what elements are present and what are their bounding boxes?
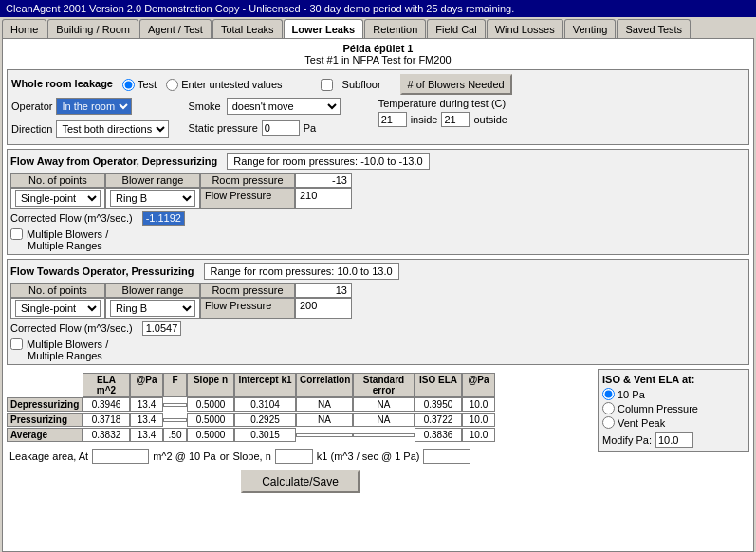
- no-points-select-away[interactable]: Single-point: [15, 190, 101, 207]
- flow-away-grid: No. of points Blower range Room pressure…: [10, 173, 746, 251]
- modify-pa-input[interactable]: [655, 432, 693, 448]
- static-pressure-label: Static pressure: [188, 122, 257, 134]
- header-line1: Példa épület 1: [7, 43, 749, 54]
- bt-col-isoela: ISO ELA: [415, 373, 462, 397]
- col-no-points: No. of points: [10, 173, 105, 188]
- leakage-row: Leakage area, At m^2 @ 10 Pa or Slope, n…: [7, 446, 594, 467]
- outside-temp-input[interactable]: [441, 112, 470, 127]
- tab-lower-leaks[interactable]: Lower Leaks: [284, 19, 364, 38]
- tab-building-room[interactable]: Building / Room: [47, 19, 138, 38]
- bottom-area: ELA m^2 @Pa F Slope n Intercept k1 Corre…: [7, 369, 749, 497]
- bt-depress-stderr: NA: [353, 397, 415, 412]
- calculate-save-button[interactable]: Calculate/Save: [241, 470, 360, 493]
- slope-n-input[interactable]: [275, 449, 313, 464]
- flow-away-header: Flow Away from Operator, Depressurizing …: [10, 153, 746, 170]
- direction-select[interactable]: Test both directions: [56, 120, 169, 138]
- bt-avg-f: .50: [163, 428, 187, 442]
- subfloor-checkbox[interactable]: [321, 79, 333, 91]
- corrected-flow-label-towards: Corrected Flow (m^3/sec.): [10, 322, 133, 334]
- bt-avg-intercept: 0.3015: [234, 428, 296, 442]
- bt-avg-slope: 0.5000: [187, 428, 234, 442]
- bt-depress-isoela: 0.3950: [415, 397, 462, 412]
- tab-wind-losses[interactable]: Wind Losses: [487, 19, 563, 38]
- operator-row: Operator In the room: [11, 98, 169, 115]
- multiple-ranges-label-towards: Multiple Ranges: [28, 350, 746, 361]
- header-section: Példa épület 1 Test #1 in NFPA Test for …: [7, 43, 749, 65]
- iso-10pa-group[interactable]: 10 Pa: [602, 388, 745, 400]
- no-points-select-towards[interactable]: Single-point: [15, 300, 101, 317]
- bt-press-slope: 0.5000: [187, 413, 234, 427]
- enter-untested-radio-group[interactable]: Enter untested values: [166, 79, 282, 91]
- tab-total-leaks[interactable]: Total Leaks: [212, 19, 283, 38]
- title-text: CleanAgent 2001 Version 2.0 Demonstratio…: [6, 3, 514, 14]
- iso-vent-peak-group[interactable]: Vent Peak: [602, 416, 745, 429]
- inside-label: inside: [411, 114, 438, 125]
- iso-10pa-radio[interactable]: [602, 388, 615, 400]
- no-points-select-cell[interactable]: Single-point: [10, 188, 105, 209]
- bt-depress-f: [163, 403, 187, 407]
- iso-column-label: Column Pressure: [618, 403, 698, 414]
- flow-away-section: Flow Away from Operator, Depressurizing …: [7, 149, 749, 255]
- inside-temp-input[interactable]: [378, 112, 407, 127]
- tab-venting[interactable]: Venting: [564, 19, 617, 38]
- iso-column-group[interactable]: Column Pressure: [602, 402, 745, 414]
- bt-press-atpa: 13.4: [130, 413, 163, 427]
- bt-col-isoatpa: @Pa: [462, 373, 495, 397]
- iso-column-radio[interactable]: [602, 402, 615, 414]
- test-radio[interactable]: [122, 79, 135, 91]
- bt-col-ela: ELA m^2: [83, 373, 130, 397]
- pa-label: Pa: [304, 122, 316, 134]
- bt-col-slope: Slope n: [187, 373, 234, 397]
- multiple-blowers-checkbox-away[interactable]: [10, 228, 23, 240]
- multiple-blowers-row-away: Multiple Blowers /: [10, 228, 746, 240]
- col-room-pressure: Room pressure: [200, 173, 295, 188]
- iso-vent-peak-radio[interactable]: [602, 416, 615, 429]
- test-radio-group[interactable]: Test: [122, 79, 157, 91]
- operator-direction-col: Operator In the room Direction Test both…: [11, 98, 169, 140]
- tab-field-cal[interactable]: Field Cal: [427, 19, 485, 38]
- bt-col-f: F: [163, 373, 187, 397]
- smoke-select[interactable]: doesn't move: [227, 98, 341, 115]
- tab-saved-tests[interactable]: Saved Tests: [617, 19, 691, 38]
- enter-untested-radio[interactable]: [166, 79, 178, 91]
- bt-col-atpa: @Pa: [130, 373, 163, 397]
- corrected-flow-row-towards: Corrected Flow (m^3/sec.) 1.0547: [10, 321, 746, 336]
- direction-label: Direction: [11, 123, 52, 135]
- bt-press-row: Pressurizing 0.3718 13.4 0.5000 0.2925 N…: [7, 413, 594, 427]
- blower-range-select-towards[interactable]: Ring B: [110, 300, 195, 317]
- tab-home[interactable]: Home: [2, 19, 46, 38]
- room-pressure-value-away: -13: [295, 173, 352, 188]
- flow-pressure-label-towards: Flow Pressure: [200, 298, 295, 319]
- corrected-flow-row-away: Corrected Flow (m^3/sec.) -1.1192: [10, 211, 746, 226]
- flow-pressure-value-towards: 200: [295, 298, 352, 319]
- iso-panel-title: ISO & Vent ELA at:: [602, 374, 745, 385]
- bt-col-correlation: Correlation: [296, 373, 353, 397]
- bt-press-intercept: 0.2925: [234, 413, 296, 427]
- multiple-blowers-checkbox-towards[interactable]: [10, 338, 23, 350]
- temp-label-row: Temperature during test (C): [378, 98, 507, 109]
- leakage-area-input[interactable]: [92, 449, 149, 464]
- or-text: or: [220, 451, 230, 462]
- blower-range-select-cell-away[interactable]: Ring B: [105, 188, 200, 209]
- no-points-select-cell-towards[interactable]: Single-point: [10, 298, 105, 319]
- header-line2: Test #1 in NFPA Test for FM200: [7, 54, 749, 65]
- operator-select[interactable]: In the room: [56, 98, 132, 115]
- flow-towards-range-value: 10.0 to 13.0: [337, 266, 392, 277]
- bt-press-isoela: 0.3722: [415, 413, 462, 427]
- bt-depress-correlation: NA: [296, 397, 353, 412]
- static-pressure-input[interactable]: [262, 120, 300, 136]
- blower-range-select-cell-towards[interactable]: Ring B: [105, 298, 200, 319]
- blowers-needed-button[interactable]: # of Blowers Needed: [400, 74, 512, 95]
- bt-depress-label: Depressurizing: [7, 397, 83, 412]
- bt-col-intercept: Intercept k1: [234, 373, 296, 397]
- corrected-flow-value-away: -1.1192: [142, 211, 185, 226]
- modify-pa-row: Modify Pa:: [602, 432, 745, 448]
- bt-depress-slope: 0.5000: [187, 397, 234, 412]
- tab-agent-test[interactable]: Agent / Test: [139, 19, 212, 38]
- k1-input[interactable]: [423, 449, 470, 464]
- tab-retention[interactable]: Retention: [364, 19, 426, 38]
- tab-bar: Home Building / Room Agent / Test Total …: [0, 17, 756, 38]
- blower-range-select-away[interactable]: Ring B: [110, 190, 195, 207]
- bt-avg-row: Average 0.3832 13.4 .50 0.5000 0.3015 0.…: [7, 428, 594, 442]
- bt-avg-isoatpa: 10.0: [462, 428, 495, 442]
